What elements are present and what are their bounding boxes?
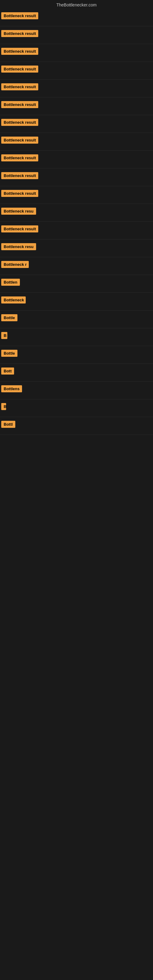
result-block-2: Bottleneck result <box>0 26 153 44</box>
bottleneck-badge-6[interactable]: Bottleneck result <box>1 101 38 108</box>
result-block-24: Bottl <box>0 417 153 435</box>
result-block-20: Bottle <box>0 346 153 364</box>
result-block-21: Bott <box>0 364 153 382</box>
bottleneck-badge-1[interactable]: Bottleneck result <box>1 12 38 19</box>
bottleneck-badge-15[interactable]: Bottleneck r <box>1 261 29 268</box>
result-block-9: Bottleneck result <box>0 151 153 169</box>
result-block-5: Bottleneck result <box>0 80 153 97</box>
result-block-13: Bottleneck result <box>0 222 153 240</box>
result-block-1: Bottleneck result <box>0 9 153 26</box>
result-block-7: Bottleneck result <box>0 115 153 133</box>
result-block-16: Bottlen <box>0 275 153 293</box>
result-block-3: Bottleneck result <box>0 44 153 62</box>
bottleneck-badge-23[interactable]: B <box>1 403 6 410</box>
bottleneck-badge-7[interactable]: Bottleneck result <box>1 119 38 126</box>
bottleneck-badge-19[interactable]: B <box>1 332 7 339</box>
bottleneck-badge-18[interactable]: Bottle <box>1 314 18 321</box>
result-block-4: Bottleneck result <box>0 62 153 80</box>
bottleneck-badge-5[interactable]: Bottleneck result <box>1 83 38 90</box>
result-block-12: Bottleneck resu <box>0 204 153 222</box>
result-block-11: Bottleneck result <box>0 186 153 204</box>
site-title: TheBottlenecker.com <box>0 0 153 9</box>
bottleneck-badge-12[interactable]: Bottleneck resu <box>1 208 36 215</box>
bottleneck-badge-4[interactable]: Bottleneck result <box>1 65 38 73</box>
bottleneck-badge-17[interactable]: Bottleneck <box>1 296 26 304</box>
bottleneck-badge-10[interactable]: Bottleneck result <box>1 172 38 179</box>
bottleneck-badge-20[interactable]: Bottle <box>1 350 18 357</box>
bottleneck-badge-14[interactable]: Bottleneck resu <box>1 243 36 250</box>
bottleneck-badge-22[interactable]: Bottlens <box>1 385 22 392</box>
bottleneck-badge-11[interactable]: Bottleneck result <box>1 190 38 197</box>
result-block-17: Bottleneck <box>0 293 153 310</box>
bottleneck-badge-2[interactable]: Bottleneck result <box>1 30 38 37</box>
bottleneck-badge-9[interactable]: Bottleneck result <box>1 154 38 161</box>
result-block-10: Bottleneck result <box>0 169 153 186</box>
bottleneck-badge-13[interactable]: Bottleneck result <box>1 225 38 232</box>
results-list: Bottleneck resultBottleneck resultBottle… <box>0 9 153 435</box>
result-block-15: Bottleneck r <box>0 257 153 275</box>
bottleneck-badge-16[interactable]: Bottlen <box>1 279 20 286</box>
result-block-22: Bottlens <box>0 382 153 399</box>
result-block-6: Bottleneck result <box>0 97 153 115</box>
result-block-19: B <box>0 328 153 346</box>
bottleneck-badge-24[interactable]: Bottl <box>1 421 15 428</box>
result-block-23: B <box>0 399 153 417</box>
result-block-18: Bottle <box>0 310 153 328</box>
result-block-8: Bottleneck result <box>0 133 153 151</box>
result-block-14: Bottleneck resu <box>0 240 153 257</box>
bottleneck-badge-8[interactable]: Bottleneck result <box>1 137 38 144</box>
bottleneck-badge-21[interactable]: Bott <box>1 368 14 375</box>
bottleneck-badge-3[interactable]: Bottleneck result <box>1 48 38 55</box>
